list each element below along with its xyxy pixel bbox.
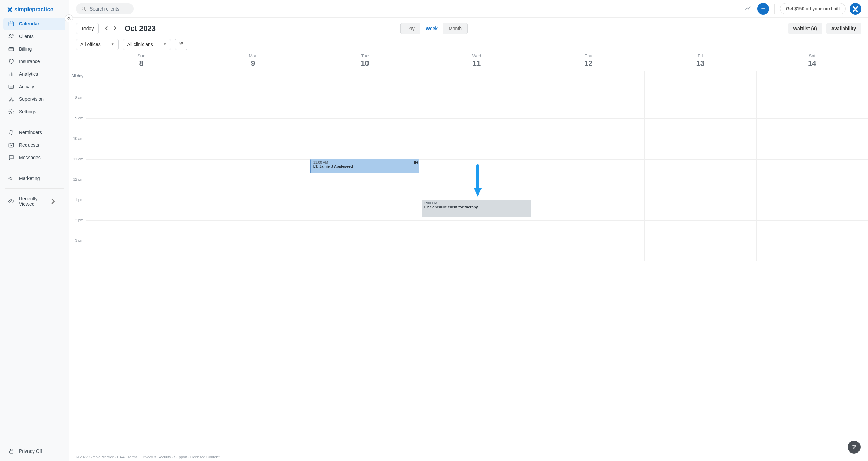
sidebar-item-calendar[interactable]: Calendar xyxy=(3,18,65,30)
trend-icon xyxy=(744,5,751,12)
sidebar-item-label: Marketing xyxy=(19,176,40,181)
create-button[interactable] xyxy=(757,3,769,15)
clinician-filter[interactable]: All clinicians ▼ xyxy=(123,39,171,50)
help-button[interactable]: ? xyxy=(848,441,861,454)
sidebar-item-settings[interactable]: Settings xyxy=(3,106,65,118)
availability-button[interactable]: Availability xyxy=(826,23,861,34)
footer-link[interactable]: Support xyxy=(174,455,187,459)
sidebar-item-billing[interactable]: Billing xyxy=(3,43,65,55)
footer-link[interactable]: Privacy & Security xyxy=(141,455,171,459)
sidebar-item-label: Calendar xyxy=(19,21,39,26)
bell-icon xyxy=(8,129,14,135)
availability-label: Availability xyxy=(831,26,856,31)
allday-cell[interactable] xyxy=(533,71,644,81)
svg-point-16 xyxy=(11,97,12,98)
office-filter[interactable]: All offices ▼ xyxy=(76,39,119,50)
sidebar-item-marketing[interactable]: Marketing xyxy=(3,172,65,184)
sidebar-item-label: Analytics xyxy=(19,71,38,77)
footer-link[interactable]: BAA xyxy=(117,455,124,459)
day-of-week: Fri xyxy=(644,53,756,58)
sidebar-item-activity[interactable]: Activity xyxy=(3,80,65,93)
day-number: 13 xyxy=(644,59,756,68)
clinician-filter-label: All clinicians xyxy=(127,42,153,47)
allday-cell[interactable] xyxy=(756,71,868,81)
footer-link[interactable]: Terms xyxy=(128,455,138,459)
sidebar-item-reminders[interactable]: Reminders xyxy=(3,126,65,139)
svg-rect-24 xyxy=(10,451,13,453)
chevron-down-icon: ▼ xyxy=(111,42,114,46)
sidebar-item-requests[interactable]: Requests xyxy=(3,139,65,151)
day-column[interactable]: 11:00 AMLT: Jamie J Appleseed xyxy=(309,81,421,261)
footer-link[interactable]: Licensed Content xyxy=(190,455,220,459)
time-label: 8 am xyxy=(75,96,83,100)
account-avatar[interactable] xyxy=(850,3,861,15)
day-header: Wed11 xyxy=(421,51,532,71)
calendar-event[interactable]: 11:00 AMLT: Jamie J Appleseed xyxy=(310,159,419,173)
time-label: 2 pm xyxy=(75,218,83,222)
sidebar-item-supervision[interactable]: Supervision xyxy=(3,93,65,105)
month-title: Oct 2023 xyxy=(125,24,156,33)
sidebar-item-label: Activity xyxy=(19,84,34,89)
search-input[interactable]: Search clients xyxy=(76,3,134,14)
svg-point-14 xyxy=(9,100,10,101)
promo-button[interactable]: Get $150 off your next bill xyxy=(780,3,846,14)
today-button[interactable]: Today xyxy=(76,23,99,34)
svg-point-34 xyxy=(180,44,181,45)
logo[interactable]: simplepractice xyxy=(0,0,69,18)
sidebar-item-analytics[interactable]: Analytics xyxy=(3,68,65,80)
sidebar-item-label: Messages xyxy=(19,155,41,160)
allday-cell[interactable] xyxy=(86,71,197,81)
view-day[interactable]: Day xyxy=(401,23,420,34)
day-header: Thu12 xyxy=(533,51,644,71)
chevron-left-icon xyxy=(105,26,108,30)
next-week-button[interactable] xyxy=(111,24,118,33)
view-toggle: Day Week Month xyxy=(400,23,468,34)
time-label: 10 am xyxy=(73,136,83,141)
svg-rect-35 xyxy=(414,161,416,164)
sidebar: simplepractice CalendarClientsBillingIns… xyxy=(0,0,69,461)
sidebar-nav: CalendarClientsBillingInsuranceAnalytics… xyxy=(0,18,69,439)
calendar-body[interactable]: 8 am9 am10 am11 am12 pm1 pm2 pm3 pm11:00… xyxy=(69,81,868,453)
chevron-down-icon: ▼ xyxy=(163,42,167,46)
day-of-week: Sat xyxy=(756,53,868,58)
allday-cell[interactable] xyxy=(421,71,532,81)
svg-point-32 xyxy=(180,42,181,43)
search-placeholder: Search clients xyxy=(90,6,119,12)
svg-rect-6 xyxy=(9,48,14,51)
butterfly-icon xyxy=(7,6,13,13)
allday-cell[interactable] xyxy=(309,71,421,81)
day-column[interactable] xyxy=(533,81,644,261)
collapse-sidebar-button[interactable] xyxy=(65,14,73,22)
sidebar-recently-viewed[interactable]: Recently Viewed xyxy=(3,193,65,210)
svg-point-17 xyxy=(11,111,12,113)
sidebar-item-insurance[interactable]: Insurance xyxy=(3,55,65,68)
svg-line-26 xyxy=(84,9,86,11)
sidebar-item-messages[interactable]: Messages xyxy=(3,151,65,164)
svg-point-4 xyxy=(9,34,11,36)
prev-week-button[interactable] xyxy=(103,24,110,33)
view-week[interactable]: Week xyxy=(420,23,443,34)
day-column[interactable] xyxy=(86,81,197,261)
sidebar-item-label: Requests xyxy=(19,142,39,148)
day-header: Tue10 xyxy=(309,51,421,71)
footer-copyright: © 2023 SimplePractice xyxy=(76,455,114,459)
day-column[interactable] xyxy=(197,81,309,261)
day-column[interactable] xyxy=(756,81,868,261)
activity-shortcut[interactable] xyxy=(742,3,753,14)
view-month[interactable]: Month xyxy=(443,23,467,34)
sidebar-item-clients[interactable]: Clients xyxy=(3,30,65,42)
day-number: 11 xyxy=(421,59,532,68)
adjust-filters-button[interactable] xyxy=(175,39,187,50)
allday-cell[interactable] xyxy=(644,71,756,81)
svg-rect-11 xyxy=(9,85,14,89)
allday-cell[interactable] xyxy=(197,71,309,81)
day-header: Sun8 xyxy=(86,51,197,71)
chevron-right-icon xyxy=(113,26,116,30)
waitlist-button[interactable]: Waitlist (4) xyxy=(788,23,822,34)
sidebar-item-label: Settings xyxy=(19,109,36,114)
day-column[interactable]: 1:00 PMLT: Schedule client for therapy xyxy=(421,81,532,261)
calendar-event[interactable]: 1:00 PMLT: Schedule client for therapy xyxy=(422,200,531,217)
sidebar-privacy-toggle[interactable]: Privacy Off xyxy=(3,445,65,457)
day-column[interactable] xyxy=(644,81,756,261)
event-time: 11:00 AM xyxy=(313,160,417,164)
